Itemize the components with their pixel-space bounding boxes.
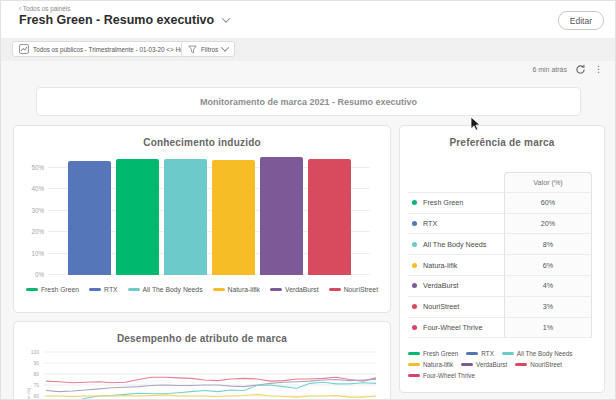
legend-swatch (515, 363, 527, 366)
legend-item-four-wheel-thrive[interactable]: Four-Wheel Thrive (408, 372, 475, 379)
brand-color-dot (412, 283, 417, 288)
brand-name: VerdaBurst (423, 281, 459, 290)
legend-item-nouristreet[interactable]: NouriStreet (515, 361, 562, 368)
scope-filter-label: Todos os públicos - Trimestralmente - 01… (33, 46, 188, 53)
funnel-icon (188, 45, 197, 54)
dashboard-page: ‹ Todos os painéis Fresh Green - Resumo … (0, 0, 616, 400)
banner-title: Monitoramento de marca 2021 - Resumo exe… (200, 97, 417, 107)
refresh-icon[interactable] (575, 64, 586, 75)
preference-legend: Fresh GreenRTXAll The Body NeedsNatura-l… (408, 350, 598, 379)
y-axis-tick: 50% (18, 164, 44, 171)
bar-nouristreet (308, 159, 351, 275)
legend-swatch (502, 352, 514, 355)
filters-dropdown[interactable]: Filtros (181, 41, 235, 57)
bar-rtx (68, 161, 111, 275)
breadcrumb[interactable]: ‹ Todos os painéis (19, 5, 70, 12)
brand-name: Four-Wheel Thrive (423, 323, 482, 332)
legend-label: RTX (104, 286, 117, 293)
edit-button-label: Editar (570, 16, 592, 26)
legend-item-verdaburst[interactable]: VerdaBurst (270, 286, 319, 293)
y-axis-tick: 20% (18, 228, 44, 235)
brand-color-dot (412, 242, 417, 247)
brand-color-dot (412, 304, 417, 309)
legend-label: VerdaBurst (476, 361, 507, 368)
legend-label: All The Body Needs (143, 286, 203, 293)
legend-swatch (461, 363, 473, 366)
legend-swatch (329, 288, 341, 291)
table-row-rtx: RTX20% (408, 214, 592, 235)
table-header-spacer (408, 172, 504, 192)
table-row-all-the-body-needs: All The Body Needs8% (408, 234, 592, 255)
legend-label: NouriStreet (344, 286, 378, 293)
legend-item-all-the-body-needs[interactable]: All The Body Needs (128, 286, 203, 293)
table-row-fresh-green: Fresh Green60% (408, 193, 592, 214)
legend-item-rtx[interactable]: RTX (466, 350, 493, 357)
table-row-verdaburst: VerdaBurst4% (408, 276, 592, 297)
filter-bar: Todos os públicos - Trimestralmente - 01… (1, 38, 615, 61)
legend-swatch (270, 288, 282, 291)
table-row-four-wheel-thrive: Four-Wheel Thrive1% (408, 318, 592, 339)
brand-color-dot (412, 325, 417, 330)
legend-item-natura-lifik[interactable]: Natura-lifik (213, 286, 260, 293)
table-row-natura-lifik: Natura-lifik6% (408, 255, 592, 276)
legend-swatch (408, 352, 420, 355)
value-cell: 1% (504, 318, 592, 338)
brand-color-dot (412, 221, 417, 226)
value-cell: 6% (504, 255, 592, 275)
value-cell: 20% (504, 214, 592, 234)
legend-item-rtx[interactable]: RTX (89, 286, 117, 293)
chart-icon (19, 44, 29, 54)
chart-title: Preferência de marca (400, 137, 604, 148)
legend-item-verdaburst[interactable]: VerdaBurst (461, 361, 507, 368)
y-axis-tick: 60 (33, 393, 39, 399)
legend-swatch (408, 374, 420, 377)
bar-all-the-body-needs (164, 159, 207, 275)
chart-title: Conhecimento induzido (14, 137, 390, 148)
bar-verdaburst (260, 157, 303, 275)
edit-button[interactable]: Editar (558, 11, 604, 30)
y-axis-tick: 10% (18, 250, 44, 257)
bar-natura-lifik (212, 160, 255, 275)
scope-filter-dropdown[interactable]: Todos os públicos - Trimestralmente - 01… (12, 41, 205, 57)
brand-cell: RTX (408, 214, 504, 234)
brand-cell: Natura-lifik (408, 255, 504, 275)
table-header-row: Valor (%) (408, 172, 592, 193)
chevron-down-icon[interactable] (222, 14, 230, 22)
card-brand-preference: Preferência de marca Valor (%)Fresh Gree… (399, 125, 605, 393)
legend-item-all-the-body-needs[interactable]: All The Body Needs (502, 350, 573, 357)
value-cell: 60% (504, 193, 592, 213)
preference-table: Valor (%)Fresh Green60%RTX20%All The Bod… (408, 172, 592, 338)
meta-row: 6 min atrás ⋮ (532, 64, 603, 75)
legend-swatch (89, 288, 101, 291)
brand-cell: All The Body Needs (408, 234, 504, 254)
legend-swatch (466, 352, 478, 355)
legend-item-nouristreet[interactable]: NouriStreet (329, 286, 378, 293)
legend-label: Fresh Green (423, 350, 458, 357)
chart-title: Desempenho de atributo de marca (14, 333, 390, 344)
brand-name: Fresh Green (423, 198, 463, 207)
brand-cell: Fresh Green (408, 193, 504, 213)
page-title-text: Fresh Green - Resumo executivo (19, 13, 214, 27)
back-icon: ‹ (19, 5, 21, 12)
y-axis-tick: 70 (33, 382, 39, 388)
brand-cell: Four-Wheel Thrive (408, 318, 504, 338)
chevron-down-icon (221, 43, 229, 51)
legend-item-fresh-green[interactable]: Fresh Green (408, 350, 458, 357)
value-cell: 4% (504, 276, 592, 296)
legend-item-natura-lifik[interactable]: Natura-lifik (408, 361, 453, 368)
legend-swatch (26, 288, 38, 291)
y-axis-tick: 0% (18, 271, 44, 278)
brand-cell: VerdaBurst (408, 276, 504, 296)
last-updated-label: 6 min atrás (532, 66, 567, 73)
kebab-menu-icon[interactable]: ⋮ (594, 65, 603, 74)
y-axis-label: Valor (%) (26, 387, 31, 400)
legend-label: VerdaBurst (285, 286, 319, 293)
header: ‹ Todos os painéis Fresh Green - Resumo … (1, 1, 615, 38)
breadcrumb-label: Todos os painéis (23, 5, 71, 12)
legend-item-fresh-green[interactable]: Fresh Green (26, 286, 79, 293)
legend-label: Natura-lifik (228, 286, 260, 293)
legend-label: Fresh Green (41, 286, 79, 293)
card-induced-awareness: Conhecimento induzido 0%10%20%30%40%50% … (13, 125, 391, 313)
bars (48, 154, 370, 275)
brand-name: Natura-lifik (423, 261, 457, 270)
